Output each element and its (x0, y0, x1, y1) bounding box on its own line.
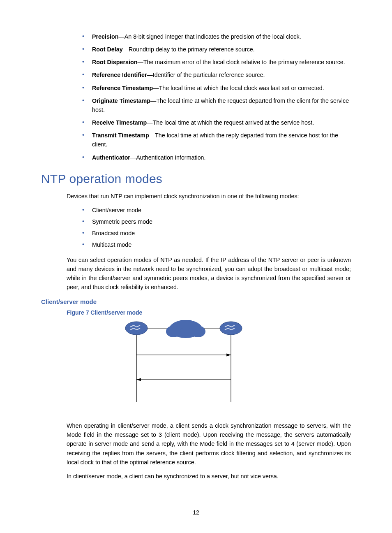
desc: —An 8-bit signed integer that indicates … (118, 33, 301, 40)
list-item: Precision—An 8-bit signed integer that i… (82, 32, 351, 41)
client-server-diagram (67, 320, 350, 406)
term: Originate Timestamp (92, 97, 150, 104)
list-item: Broadcast mode (82, 229, 351, 238)
page-number: 12 (0, 509, 392, 516)
list-item: Multicast mode (82, 240, 351, 249)
term: Root Dispersion (92, 59, 137, 65)
desc: —The maximum error of the local clock re… (137, 59, 345, 65)
section-heading: NTP operation modes (41, 172, 351, 186)
subsection-heading: Client/server mode (41, 298, 351, 305)
client-server-paragraph-2: In client/server mode, a client can be s… (41, 472, 351, 481)
list-item: Authenticator—Authentication information… (82, 153, 351, 162)
page: Precision—An 8-bit signed integer that i… (0, 0, 392, 533)
svg-point-5 (220, 322, 242, 335)
desc: —Roundtrip delay to the primary referenc… (123, 46, 255, 53)
ntp-field-list: Precision—An 8-bit signed integer that i… (41, 32, 351, 162)
figure-caption: Figure 7 Client/server mode (67, 309, 351, 316)
list-item: Transmit Timestamp—The local time at whi… (82, 131, 351, 149)
svg-point-3 (191, 326, 205, 337)
desc: —The local time at which the request arr… (147, 119, 314, 126)
list-item: Originate Timestamp—The local time at wh… (82, 96, 351, 114)
modes-note-paragraph: You can select operation modes of NTP as… (41, 255, 351, 292)
term: Reference Identifier (92, 72, 147, 78)
desc: —The local time at which the local clock… (153, 85, 324, 91)
mode-list: Client/server mode Symmetric peers mode … (41, 206, 351, 250)
svg-point-0 (125, 322, 148, 335)
term: Root Delay (92, 46, 123, 53)
network-cloud-icon (166, 320, 205, 338)
list-item: Root Dispersion—The maximum error of the… (82, 58, 351, 67)
intro-paragraph: Devices that run NTP can implement clock… (41, 192, 351, 201)
list-item: Reference Identifier—Identifier of the p… (82, 70, 351, 79)
desc: —Identifier of the particular reference … (147, 72, 265, 78)
list-item: Root Delay—Roundtrip delay to the primar… (82, 45, 351, 54)
svg-point-2 (166, 326, 181, 337)
term: Receive Timestamp (92, 119, 147, 126)
list-item: Receive Timestamp—The local time at whic… (82, 118, 351, 127)
term: Precision (92, 33, 118, 40)
list-item: Client/server mode (82, 206, 351, 215)
desc: —Authentication information. (130, 154, 206, 161)
figure-client-server (67, 320, 351, 408)
term: Transmit Timestamp (92, 132, 149, 139)
term: Authenticator (92, 154, 130, 161)
client-server-paragraph-1: When operating in client/server mode, a … (41, 421, 351, 467)
term: Reference Timestamp (92, 85, 153, 91)
list-item: Symmetric peers mode (82, 217, 351, 226)
list-item: Reference Timestamp—The local time at wh… (82, 83, 351, 93)
